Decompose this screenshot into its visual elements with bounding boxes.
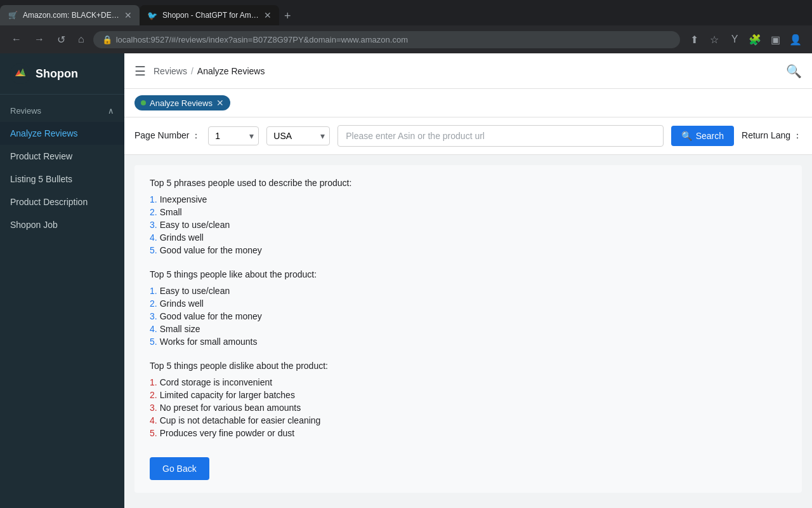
shopon-favicon: 🐦 xyxy=(147,10,157,20)
address-text: localhost:9527/#/reviews/index?asin=B07Z… xyxy=(116,35,408,44)
dislike-num-5: 5. xyxy=(150,428,157,438)
dislike-text-3: No preset for various bean amounts xyxy=(160,403,301,413)
browser-toolbar: ← → ↺ ⌂ 🔒 localhost:9527/#/reviews/index… xyxy=(0,25,812,53)
list-item: 1.Inexpensive xyxy=(150,193,787,206)
list-item: 5.Produces very fine powder or dust xyxy=(150,427,787,439)
go-back-button[interactable]: Go Back xyxy=(150,457,209,480)
sidebar-item-analyze-reviews-label: Analyze Reviews xyxy=(10,128,78,138)
dislike-text-2: Limited capacity for larger batches xyxy=(160,390,295,400)
forward-button[interactable]: → xyxy=(30,31,48,48)
phrase-num-2: 2. xyxy=(150,207,157,217)
sidebar: Shopon Reviews ∧ Analyze Reviews Product… xyxy=(0,53,124,508)
profile-icon[interactable]: 👤 xyxy=(787,30,804,48)
browser-chrome: 🛒 Amazon.com: BLACK+DECKER ✕ 🐦 Shopon - … xyxy=(0,0,812,53)
return-lang-label: Return Lang ： xyxy=(742,130,802,142)
list-item: 1.Easy to use/clean xyxy=(150,284,787,297)
dislikes-list: 1.Cord storage is inconvenient 2.Limited… xyxy=(150,376,787,439)
results-card: Top 5 phrases people used to describe th… xyxy=(134,165,802,493)
extension-y-icon[interactable]: Y xyxy=(726,30,743,48)
list-item: 2.Limited capacity for larger batches xyxy=(150,389,787,401)
list-item: 5.Good value for the money xyxy=(150,244,787,257)
share-icon[interactable]: ⬆ xyxy=(685,30,703,48)
shopon-tab-close[interactable]: ✕ xyxy=(264,10,272,20)
like-text-2: Grinds well xyxy=(160,298,204,309)
sidebar-item-product-review[interactable]: Product Review xyxy=(0,145,124,168)
back-button[interactable]: ← xyxy=(8,31,25,48)
reload-button[interactable]: ↺ xyxy=(53,31,69,48)
hamburger-icon[interactable]: ☰ xyxy=(134,64,146,79)
dislike-text-1: Cord storage is inconvenient xyxy=(160,377,272,387)
tag-strip: Analyze Reviews ✕ xyxy=(124,89,812,117)
like-num-3: 3. xyxy=(150,311,157,321)
sidebar-icon[interactable]: ▣ xyxy=(766,30,784,48)
breadcrumb-current: Analyze Reviews xyxy=(197,66,265,76)
like-num-5: 5. xyxy=(150,337,157,347)
topbar: ☰ Reviews / Analyze Reviews 🔍 xyxy=(124,53,812,89)
sidebar-item-shopon-job[interactable]: Shopon Job xyxy=(0,213,124,236)
sidebar-item-listing-5-bullets[interactable]: Listing 5 Bullets xyxy=(0,168,124,190)
sidebar-item-shopon-job-label: Shopon Job xyxy=(10,220,58,230)
likes-title: Top 5 things people like about the produ… xyxy=(150,269,787,279)
page-number-select[interactable]: 1 2 3 4 5 xyxy=(208,126,259,145)
list-item: 2.Small xyxy=(150,206,787,218)
search-bar: Page Number ： 1 2 3 4 5 USA UK Canada Ge… xyxy=(124,117,812,155)
phrases-list: 1.Inexpensive 2.Small 3.Easy to use/clea… xyxy=(150,193,787,257)
tab-bar: 🛒 Amazon.com: BLACK+DECKER ✕ 🐦 Shopon - … xyxy=(0,0,812,25)
likes-list: 1.Easy to use/clean 2.Grinds well 3.Good… xyxy=(150,284,787,348)
breadcrumb-parent[interactable]: Reviews xyxy=(154,66,187,76)
amazon-tab-close[interactable]: ✕ xyxy=(124,10,132,20)
phrase-text-2: Small xyxy=(160,207,182,217)
extensions-icon[interactable]: 🧩 xyxy=(746,30,764,48)
like-text-3: Good value for the money xyxy=(160,311,262,321)
sidebar-section-reviews-header[interactable]: Reviews ∧ xyxy=(0,100,124,122)
phrase-num-5: 5. xyxy=(150,245,157,255)
phrase-num-1: 1. xyxy=(150,194,157,204)
phrase-text-3: Easy to use/clean xyxy=(160,220,230,230)
list-item: 4.Cup is not detachable for easier clean… xyxy=(150,414,787,427)
sidebar-item-listing-5-bullets-label: Listing 5 Bullets xyxy=(10,174,72,184)
list-item: 2.Grinds well xyxy=(150,297,787,310)
home-button[interactable]: ⌂ xyxy=(74,31,88,48)
dislike-num-3: 3. xyxy=(150,403,157,413)
like-text-5: Works for small amounts xyxy=(160,337,258,347)
country-select[interactable]: USA UK Canada Germany Japan xyxy=(266,126,330,145)
app: Shopon Reviews ∧ Analyze Reviews Product… xyxy=(0,53,812,508)
sidebar-section-reviews: Reviews ∧ Analyze Reviews Product Review… xyxy=(0,95,124,241)
app-name: Shopon xyxy=(36,67,78,81)
dislike-text-4: Cup is not detachable for easier cleanin… xyxy=(160,415,321,425)
country-select-wrapper: USA UK Canada Germany Japan xyxy=(266,126,330,145)
list-item: 4.Grinds well xyxy=(150,231,787,244)
topbar-search-button[interactable]: 🔍 xyxy=(786,64,802,79)
lock-icon: 🔒 xyxy=(102,35,112,44)
like-text-4: Small size xyxy=(160,324,200,334)
analyze-reviews-tag[interactable]: Analyze Reviews ✕ xyxy=(134,95,230,110)
phrase-text-1: Inexpensive xyxy=(160,194,207,204)
sidebar-item-analyze-reviews[interactable]: Analyze Reviews xyxy=(0,122,124,145)
main-content: ☰ Reviews / Analyze Reviews 🔍 Analyze Re… xyxy=(124,53,812,508)
bookmark-icon[interactable]: ☆ xyxy=(705,30,723,48)
breadcrumb-separator: / xyxy=(191,66,193,76)
dislike-num-4: 4. xyxy=(150,415,157,425)
amazon-tab[interactable]: 🛒 Amazon.com: BLACK+DECKER ✕ xyxy=(0,5,140,25)
asin-input[interactable] xyxy=(337,125,663,147)
dislikes-title: Top 5 things people dislike about the pr… xyxy=(150,361,787,371)
amazon-favicon: 🛒 xyxy=(8,10,18,20)
chevron-up-icon: ∧ xyxy=(108,106,114,116)
sidebar-item-product-description[interactable]: Product Description xyxy=(0,190,124,213)
address-bar[interactable]: 🔒 localhost:9527/#/reviews/index?asin=B0… xyxy=(93,31,680,48)
shopon-tab[interactable]: 🐦 Shopon - ChatGPT for Amazo... ✕ xyxy=(140,5,279,25)
like-num-4: 4. xyxy=(150,324,157,334)
sidebar-item-product-description-label: Product Description xyxy=(10,197,88,207)
results-panel: Top 5 phrases people used to describe th… xyxy=(124,155,812,503)
list-item: 4.Small size xyxy=(150,323,787,335)
phrase-num-4: 4. xyxy=(150,232,157,243)
like-num-2: 2. xyxy=(150,298,157,309)
shopon-tab-title: Shopon - ChatGPT for Amazo... xyxy=(162,11,259,20)
dislike-text-5: Produces very fine powder or dust xyxy=(160,428,294,438)
tag-close-icon[interactable]: ✕ xyxy=(216,98,224,108)
phrase-text-5: Good value for the money xyxy=(160,245,262,255)
phrase-num-3: 3. xyxy=(150,220,157,230)
new-tab-button[interactable]: + xyxy=(279,7,296,25)
search-button[interactable]: 🔍 Search xyxy=(671,126,734,146)
list-item: 5.Works for small amounts xyxy=(150,335,787,348)
